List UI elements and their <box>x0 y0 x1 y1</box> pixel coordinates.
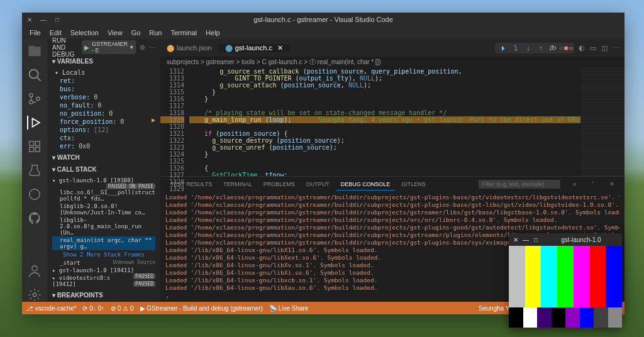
github-icon[interactable] <box>28 211 42 225</box>
account-icon[interactable] <box>28 264 42 278</box>
menu-run[interactable]: Run <box>145 28 165 38</box>
gear-icon[interactable]: ⚙ <box>140 44 145 51</box>
window-close-icon[interactable]: ✕ <box>513 236 519 243</box>
more-icon[interactable]: ⋯ <box>149 44 155 51</box>
callstack-process[interactable]: ▸ gst-launch-1.0 [19411] PAUSED <box>52 267 155 274</box>
variable-row[interactable]: options: [12] <box>52 126 155 134</box>
show-more-frames[interactable]: Show 2 More Stack Frames <box>52 250 155 259</box>
status-item[interactable]: ▶ GStreamer - Build and debug (gstreamer… <box>140 305 263 312</box>
panel-tab-terminal[interactable]: TERMINAL <box>218 179 257 190</box>
svg-point-10 <box>30 189 40 200</box>
more-icon[interactable]: ⋯ <box>613 44 619 52</box>
variables-section[interactable]: ▾ VARIABLES <box>47 55 160 67</box>
chevron-down-icon[interactable]: ▾ <box>130 44 133 50</box>
step-over-icon[interactable]: ⤵ <box>511 44 520 52</box>
layout-icon[interactable]: ◫ <box>601 44 608 52</box>
variable-row[interactable]: ctx: <box>52 134 155 142</box>
editor-tab[interactable]: ⬤launch.json <box>160 44 219 52</box>
callstack-frame[interactable]: real_main(int argc, char ** argv) g… <box>52 236 155 250</box>
window-title: gst-launch.c - gstreamer - Visual Studio… <box>253 16 393 23</box>
status-item[interactable]: 📡 Live Share <box>269 305 309 312</box>
svg-point-4 <box>36 97 40 101</box>
debug-sidebar: RUN AND DEBUG ▶ GStreamer - E ▾ ⚙ ⋯ ▾ VA… <box>47 39 160 302</box>
callstack-process[interactable]: ▾ gst-launch-1.0 [19388] PAUSED ON PAUSE <box>52 177 155 184</box>
status-item[interactable]: ⎇ vscode-cache* <box>26 305 76 312</box>
editor-tab[interactable]: ⬤gst-launch.c✕ <box>219 44 290 52</box>
gitlens-icon[interactable] <box>28 187 42 201</box>
filter-input[interactable] <box>479 180 560 189</box>
window-maximize-icon[interactable]: □ <box>53 16 61 23</box>
svg-rect-9 <box>35 147 40 152</box>
window-close-icon[interactable]: ✕ <box>26 16 33 23</box>
chevron-down-icon[interactable]: ˅ <box>586 179 599 190</box>
variable-row[interactable]: ret: <box>52 77 155 85</box>
close-icon[interactable]: ✕ <box>604 179 619 190</box>
panel-tab-problems[interactable]: PROBLEMS <box>258 179 300 190</box>
variable-row[interactable]: no_fault: 0 <box>52 101 155 109</box>
code-editor[interactable]: g_source_set_callback (position_source, … <box>189 68 580 176</box>
svg-point-0 <box>30 70 38 79</box>
svg-point-2 <box>30 94 33 97</box>
debug-config-selector[interactable]: ▶ GStreamer - E ▾ <box>82 40 136 54</box>
breakpoints-section[interactable]: ▾ BREAKPOINTS <box>47 289 160 301</box>
svg-rect-7 <box>35 141 40 146</box>
menu-go[interactable]: Go <box>128 28 145 38</box>
continue-icon[interactable]: ⏵ <box>499 44 508 52</box>
close-icon[interactable]: ✕ <box>277 44 283 52</box>
variable-row[interactable]: bus: <box>52 85 155 93</box>
variable-row[interactable]: force_position: 0 <box>52 118 155 126</box>
search-icon[interactable] <box>28 68 42 82</box>
callstack-frame[interactable]: libglib-2.0.so.0!g_main_loop_run (Un… <box>52 216 155 236</box>
menubar: FileEditSelectionViewGoRunTerminalHelp <box>22 26 625 39</box>
explorer-icon[interactable] <box>28 44 42 58</box>
variable-row[interactable]: err: 0x0 <box>52 142 155 150</box>
menu-terminal[interactable]: Terminal <box>167 28 201 38</box>
infinity-icon[interactable]: ∞ <box>569 44 574 52</box>
step-into-icon[interactable]: ↓ <box>524 44 533 52</box>
callstack-frame[interactable]: libglib-2.0.so.0![Unknown/Just-In-Time c… <box>52 202 155 216</box>
panel-tab-gitlens[interactable]: GITLENS <box>396 179 431 190</box>
svg-point-3 <box>30 101 33 104</box>
window-minimize-icon[interactable]: — <box>523 236 529 243</box>
locals-scope[interactable]: ▾ Locals <box>52 69 155 77</box>
run-debug-label: RUN AND DEBUG <box>52 37 78 58</box>
variable-row[interactable]: no_position: 0 <box>52 109 155 118</box>
menu-view[interactable]: View <box>104 28 126 38</box>
window-title: gst-launch-1.0 <box>561 236 601 243</box>
clear-icon[interactable]: ≡ <box>568 179 581 190</box>
svg-point-5 <box>31 119 33 120</box>
gst-output-window: ✕ — □ gst-launch-1.0 <box>509 233 622 328</box>
play-icon[interactable]: ▶ <box>84 44 89 51</box>
menu-file[interactable]: File <box>26 28 45 38</box>
callstack-section[interactable]: ▾ CALL STACK <box>47 163 160 175</box>
breadcrumb[interactable]: subprojects > gstreamer > tools > C gst-… <box>160 57 625 68</box>
test-pattern <box>509 246 622 328</box>
status-item[interactable]: ⊘ 0 ⚠ 0 <box>111 305 133 312</box>
circle-icon[interactable]: ○ <box>560 44 564 52</box>
callstack-frame[interactable]: _start Unknown Source <box>52 259 155 267</box>
tabbar: ⬤launch.json⬤gst-launch.c✕ ⏵ ⤵ ↓ ↑ ↻ ■ ⇄… <box>160 39 625 57</box>
svg-point-12 <box>33 293 36 297</box>
panel-tab-output[interactable]: OUTPUT <box>301 179 335 190</box>
panel-tab-debug-console[interactable]: DEBUG CONSOLE <box>336 179 396 191</box>
debug-icon[interactable] <box>27 116 41 130</box>
split-icon[interactable]: ▭ <box>590 44 596 52</box>
window-maximize-icon[interactable]: □ <box>533 236 539 243</box>
minimap[interactable] <box>580 68 625 176</box>
toggle-icon[interactable]: ◐ <box>579 44 585 52</box>
svg-point-11 <box>32 266 37 271</box>
extensions-icon[interactable] <box>28 140 42 153</box>
gear-icon[interactable] <box>28 288 42 302</box>
svg-rect-8 <box>30 147 34 152</box>
activity-bar <box>22 39 47 302</box>
testing-icon[interactable] <box>28 163 42 177</box>
window-minimize-icon[interactable]: — <box>40 16 47 23</box>
compare-icon[interactable]: ⇄ <box>549 44 555 52</box>
variable-row[interactable]: verbose: 0 <box>52 93 155 101</box>
step-out-icon[interactable]: ↑ <box>536 44 545 52</box>
watch-section[interactable]: ▾ WATCH <box>47 152 160 163</box>
menu-help[interactable]: Help <box>202 28 224 38</box>
source-control-icon[interactable] <box>28 92 42 106</box>
svg-line-1 <box>37 77 41 81</box>
status-item[interactable]: ⟳ 0↓ 0↑ <box>82 305 104 312</box>
